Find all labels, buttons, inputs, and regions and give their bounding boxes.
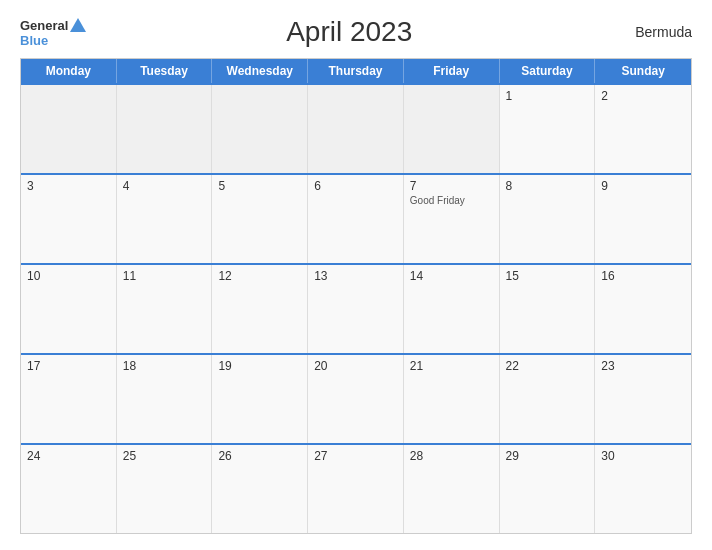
calendar-cell: 18 [117, 355, 213, 443]
logo-triangle-icon [70, 18, 86, 32]
calendar-cell: 27 [308, 445, 404, 533]
calendar-cell: 11 [117, 265, 213, 353]
calendar-week-1: 12 [21, 83, 691, 173]
calendar-cell: 28 [404, 445, 500, 533]
day-number: 2 [601, 89, 685, 103]
day-number: 4 [123, 179, 206, 193]
day-number: 12 [218, 269, 301, 283]
calendar-cell: 30 [595, 445, 691, 533]
calendar-cell: 21 [404, 355, 500, 443]
calendar-cell: 1 [500, 85, 596, 173]
calendar-cell: 15 [500, 265, 596, 353]
calendar-cell [404, 85, 500, 173]
calendar-cell: 17 [21, 355, 117, 443]
calendar-cell: 23 [595, 355, 691, 443]
day-number: 10 [27, 269, 110, 283]
weekday-header-wednesday: Wednesday [212, 59, 308, 83]
calendar-cell: 9 [595, 175, 691, 263]
calendar-cell: 14 [404, 265, 500, 353]
calendar-cell: 6 [308, 175, 404, 263]
day-number: 6 [314, 179, 397, 193]
day-number: 22 [506, 359, 589, 373]
calendar-page: General Blue April 2023 Bermuda MondayTu… [0, 0, 712, 550]
day-number: 18 [123, 359, 206, 373]
calendar-cell: 25 [117, 445, 213, 533]
calendar-cell: 19 [212, 355, 308, 443]
day-number: 19 [218, 359, 301, 373]
weekday-header-saturday: Saturday [500, 59, 596, 83]
logo-top: General [20, 18, 86, 34]
day-number: 16 [601, 269, 685, 283]
calendar-body: 1234567Good Friday8910111213141516171819… [21, 83, 691, 533]
calendar-cell: 13 [308, 265, 404, 353]
day-number: 23 [601, 359, 685, 373]
calendar-cell: 4 [117, 175, 213, 263]
day-number: 5 [218, 179, 301, 193]
calendar-cell [117, 85, 213, 173]
day-number: 15 [506, 269, 589, 283]
day-number: 26 [218, 449, 301, 463]
day-number: 3 [27, 179, 110, 193]
calendar-cell [212, 85, 308, 173]
calendar-cell: 22 [500, 355, 596, 443]
day-number: 14 [410, 269, 493, 283]
weekday-header-thursday: Thursday [308, 59, 404, 83]
calendar-cell: 20 [308, 355, 404, 443]
month-title: April 2023 [86, 16, 612, 48]
day-number: 27 [314, 449, 397, 463]
calendar-cell: 12 [212, 265, 308, 353]
day-number: 21 [410, 359, 493, 373]
weekday-header-sunday: Sunday [595, 59, 691, 83]
country-label: Bermuda [612, 24, 692, 40]
calendar-cell: 8 [500, 175, 596, 263]
day-number: 24 [27, 449, 110, 463]
logo-blue-text: Blue [20, 34, 48, 47]
calendar-week-2: 34567Good Friday89 [21, 173, 691, 263]
day-number: 1 [506, 89, 589, 103]
page-header: General Blue April 2023 Bermuda [20, 16, 692, 48]
calendar-cell: 26 [212, 445, 308, 533]
logo-block: General Blue [20, 18, 86, 47]
day-number: 29 [506, 449, 589, 463]
calendar-header: MondayTuesdayWednesdayThursdayFridaySatu… [21, 59, 691, 83]
day-number: 17 [27, 359, 110, 373]
calendar-cell: 29 [500, 445, 596, 533]
day-number: 11 [123, 269, 206, 283]
weekday-header-monday: Monday [21, 59, 117, 83]
calendar-grid: MondayTuesdayWednesdayThursdayFridaySatu… [20, 58, 692, 534]
calendar-cell: 10 [21, 265, 117, 353]
day-number: 13 [314, 269, 397, 283]
logo-general-text: General [20, 19, 68, 32]
calendar-week-3: 10111213141516 [21, 263, 691, 353]
weekday-header-tuesday: Tuesday [117, 59, 213, 83]
day-number: 8 [506, 179, 589, 193]
day-number: 7 [410, 179, 493, 193]
day-number: 20 [314, 359, 397, 373]
calendar-week-5: 24252627282930 [21, 443, 691, 533]
weekday-header-friday: Friday [404, 59, 500, 83]
day-number: 9 [601, 179, 685, 193]
calendar-cell: 3 [21, 175, 117, 263]
calendar-cell [308, 85, 404, 173]
calendar-cell: 24 [21, 445, 117, 533]
calendar-cell [21, 85, 117, 173]
day-number: 28 [410, 449, 493, 463]
calendar-cell: 7Good Friday [404, 175, 500, 263]
day-event: Good Friday [410, 195, 493, 206]
calendar-cell: 16 [595, 265, 691, 353]
day-number: 30 [601, 449, 685, 463]
logo: General Blue [20, 18, 86, 47]
calendar-week-4: 17181920212223 [21, 353, 691, 443]
calendar-cell: 5 [212, 175, 308, 263]
day-number: 25 [123, 449, 206, 463]
calendar-cell: 2 [595, 85, 691, 173]
